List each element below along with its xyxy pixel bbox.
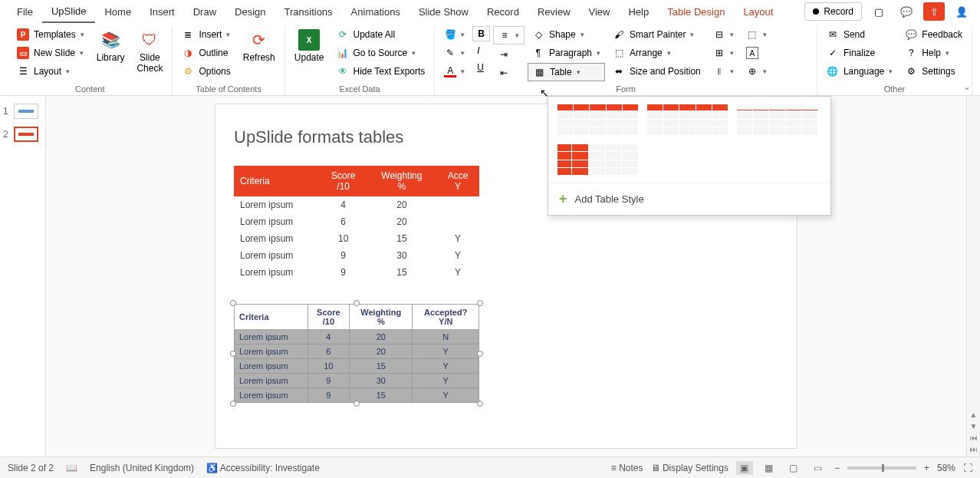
thumb-1[interactable]: 1 xyxy=(3,104,42,119)
accessibility-status[interactable]: ♿ Accessibility: Investigate xyxy=(206,463,320,473)
feedback-button[interactable]: 💬Feedback xyxy=(900,26,967,43)
underline-button[interactable]: U xyxy=(472,60,490,75)
menu-transitions[interactable]: Transitions xyxy=(275,2,342,22)
thumb-2[interactable]: 2 xyxy=(3,127,42,142)
zoom-slider[interactable] xyxy=(847,466,916,470)
add-table-style-button[interactable]: + Add Table Style xyxy=(548,183,830,215)
menu-view[interactable]: View xyxy=(580,2,620,22)
table-style-option[interactable] xyxy=(557,104,638,135)
finalize-button[interactable]: ✓Finalize xyxy=(822,45,897,61)
present-icon[interactable]: ▢ xyxy=(868,2,890,21)
help-button[interactable]: ?Help▾ xyxy=(900,45,967,61)
prev-slide-icon[interactable]: ⏮ xyxy=(970,433,978,442)
selected-table[interactable]: Criteria Score /10 Weighting % Accepted?… xyxy=(234,304,479,403)
zoom-out-button[interactable]: − xyxy=(834,463,840,473)
slideshow-view-icon[interactable]: ▭ xyxy=(810,461,827,475)
menu-slideshow[interactable]: Slide Show xyxy=(409,2,478,22)
spacing-button[interactable]: ⫴▾ xyxy=(709,63,738,80)
language-status[interactable]: English (United Kingdom) xyxy=(90,463,194,473)
zoom-in-button[interactable]: + xyxy=(924,463,929,473)
menu-upslide[interactable]: UpSlide xyxy=(42,1,96,23)
smartpainter-button[interactable]: 🖌Smart Painter▾ xyxy=(608,26,705,43)
zoom-level[interactable]: 58% xyxy=(937,463,955,473)
ribbon-collapse-button[interactable]: ⌄ xyxy=(963,81,971,92)
slidecheck-button[interactable]: 🛡Slide Check xyxy=(132,26,167,77)
menu-animations[interactable]: Animations xyxy=(342,2,409,22)
templates-button[interactable]: PTemplates▾ xyxy=(12,26,89,43)
merge-button[interactable]: ⊕▾ xyxy=(742,63,771,80)
scroll-down-icon[interactable]: ▼ xyxy=(970,422,978,430)
share-button[interactable]: ⇧ xyxy=(923,2,945,21)
resize-handle[interactable] xyxy=(354,401,360,407)
menu-review[interactable]: Review xyxy=(528,2,580,22)
border-button[interactable]: ✎▾ xyxy=(439,45,469,61)
table-row[interactable]: Lorem ipsum930Y xyxy=(235,374,479,388)
refresh-button[interactable]: ⟳Refresh xyxy=(238,26,280,66)
menu-draw[interactable]: Draw xyxy=(184,2,225,22)
insert-toc-button[interactable]: ≣Insert▾ xyxy=(177,26,235,43)
menu-tabledesign[interactable]: Table Design xyxy=(658,2,734,22)
hidetext-button[interactable]: 👁Hide Text Exports xyxy=(332,63,430,80)
notes-button[interactable]: ≡ Notes xyxy=(611,463,643,473)
fit-window-button[interactable]: ⛶ xyxy=(963,463,972,473)
options-button[interactable]: ⚙Options xyxy=(177,63,235,80)
table-style-option[interactable] xyxy=(647,104,728,135)
table-style-option[interactable] xyxy=(737,104,817,135)
comments-icon[interactable]: 💬 xyxy=(896,2,917,21)
updateall-button[interactable]: ⟳Update All xyxy=(332,26,430,43)
indent-inc-button[interactable]: ⇥ xyxy=(493,46,525,63)
sorter-view-icon[interactable]: ▦ xyxy=(761,461,778,475)
table-row[interactable]: Lorem ipsum1015Y xyxy=(235,359,479,374)
menu-layout[interactable]: Layout xyxy=(734,2,782,22)
record-button[interactable]: Record xyxy=(804,2,862,21)
table-row[interactable]: Lorem ipsum620Y xyxy=(235,344,479,359)
fill-button[interactable]: 🪣▾ xyxy=(439,26,469,43)
menu-insert[interactable]: Insert xyxy=(140,2,184,22)
normal-view-icon[interactable]: ▣ xyxy=(736,461,753,475)
menu-file[interactable]: File xyxy=(8,2,42,22)
resize-handle[interactable] xyxy=(230,351,236,357)
menu-record[interactable]: Record xyxy=(478,2,528,22)
indent-dec-button[interactable]: ⇤ xyxy=(493,64,525,81)
gotosource-button[interactable]: 📊Go to Source▾ xyxy=(332,45,430,61)
shape-button[interactable]: ◇Shape▾ xyxy=(528,26,605,43)
resize-handle[interactable] xyxy=(477,300,483,306)
fontcolor-button[interactable]: A▾ xyxy=(439,63,469,80)
settings-button[interactable]: ⚙Settings xyxy=(900,63,967,80)
scroll-up-icon[interactable]: ▲ xyxy=(970,410,978,419)
bold-button[interactable]: B xyxy=(472,26,490,41)
menu-design[interactable]: Design xyxy=(225,2,275,22)
reading-view-icon[interactable]: ▢ xyxy=(785,461,802,475)
italic-button[interactable]: I xyxy=(472,43,490,58)
slide-counter[interactable]: Slide 2 of 2 xyxy=(8,463,54,473)
next-slide-icon[interactable]: ⏭ xyxy=(970,445,978,453)
resize-handle[interactable] xyxy=(230,401,236,407)
resize-handle[interactable] xyxy=(477,351,483,357)
alignobj-button[interactable]: ⊟▾ xyxy=(709,26,738,43)
update-button[interactable]: XUpdate xyxy=(290,26,329,66)
vertical-scrollbar[interactable]: ▲ ▼ ⏮ ⏭ xyxy=(966,96,980,457)
arrange-button[interactable]: ⬚Arrange▾ xyxy=(608,45,705,61)
paragraph-button[interactable]: ¶Paragraph▾ xyxy=(528,45,605,61)
resize-handle[interactable] xyxy=(477,401,483,407)
table-style-option[interactable] xyxy=(557,144,638,175)
send-button[interactable]: ✉Send xyxy=(822,26,897,43)
newslide-button[interactable]: ▭New Slide▾ xyxy=(12,45,89,61)
selected-table-wrap[interactable]: Criteria Score /10 Weighting % Accepted?… xyxy=(234,304,479,403)
display-settings-button[interactable]: 🖥 Display Settings xyxy=(651,463,728,473)
menu-help[interactable]: Help xyxy=(619,2,658,22)
textbox-button[interactable]: A xyxy=(742,45,771,61)
align-button[interactable]: ≡▾ xyxy=(493,26,525,45)
group-button[interactable]: ⬚▾ xyxy=(742,26,771,43)
outline-button[interactable]: ◑Outline xyxy=(177,45,235,61)
library-button[interactable]: 📚Library xyxy=(92,26,130,66)
account-icon[interactable]: 👤 xyxy=(951,2,972,21)
slide-canvas[interactable]: UpSlide formats tables Criteria Score /1… xyxy=(46,96,966,457)
language-button[interactable]: 🌐Language▾ xyxy=(822,63,897,80)
table-row[interactable]: Lorem ipsum420N xyxy=(235,330,479,344)
distribute-button[interactable]: ⊞▾ xyxy=(709,45,738,61)
resize-handle[interactable] xyxy=(354,300,360,306)
spellcheck-icon[interactable]: 📖 xyxy=(66,463,77,473)
layout-button[interactable]: ☰Layout▾ xyxy=(12,63,89,80)
resize-handle[interactable] xyxy=(230,300,236,306)
